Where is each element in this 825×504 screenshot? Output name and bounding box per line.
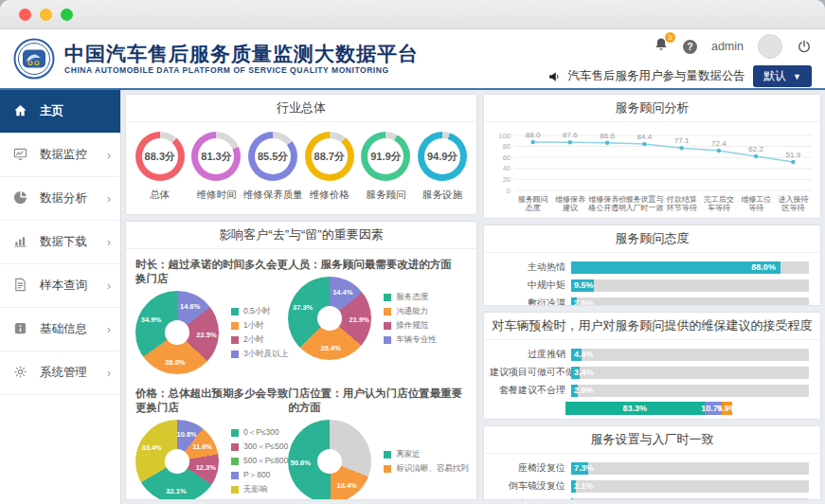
bar-row: 敷衍冷漠2.5% [490, 297, 809, 305]
legend-item: 服务态度 [384, 292, 437, 303]
legend-swatch [231, 429, 239, 437]
app-header: 中国汽车售后服务质量监测大数据平台 CHINA AUTOMOBILE DATA … [0, 29, 825, 90]
legend-item: 500＜P≤800 [231, 456, 288, 467]
legend-item: 1小时 [231, 320, 288, 332]
bar-row: 套餐建议不合理2.9% [490, 384, 809, 397]
sidebar-item-data-download[interactable]: 数据下载› [0, 221, 120, 264]
sidebar-item-sample-query[interactable]: 样本查询› [0, 264, 120, 308]
avatar[interactable] [758, 34, 782, 59]
chevron-right-icon: › [107, 236, 111, 249]
legend-label: 操作规范 [396, 320, 428, 332]
default-dropdown-button[interactable]: 默认 ▼ [753, 65, 812, 87]
gauge: 94.9分服务设施 [415, 132, 470, 202]
pie-slice-label: 28.0% [165, 357, 185, 366]
document-icon [13, 278, 27, 295]
gauge: 81.3分维修时间 [188, 132, 243, 202]
info-icon [13, 321, 27, 338]
svg-text:80: 80 [503, 142, 511, 151]
bar-row: 过度推销4.4% [490, 348, 809, 361]
svg-text:86.6: 86.6 [600, 132, 615, 140]
legend-label: 500＜P≤800 [243, 456, 288, 467]
pie-legend: 0＜P≤300300＜P≤500500＜P≤800P＞800无影响 [231, 427, 288, 495]
pie-slice-label: 18.4% [336, 481, 356, 490]
pie-slice-label: 12.3% [196, 463, 216, 472]
svg-text:进入接待区等待: 进入接待区等待 [778, 195, 808, 212]
home-icon [13, 103, 27, 120]
bar-row: 座椅没复位7.3% [490, 461, 809, 475]
sidebar-item-home[interactable]: 主页 [0, 90, 120, 134]
pie-chart: 10.6%11.6%12.3%32.1%33.4% [135, 420, 219, 499]
chevron-right-icon: › [107, 149, 111, 162]
notifications-bell-icon[interactable]: 3 [654, 37, 669, 56]
default-dropdown-label: 默认 [763, 68, 786, 84]
legend-item: 300＜P≤500 [231, 441, 288, 453]
bar-label: 音响没复位 [490, 497, 565, 499]
pie-hole [165, 449, 189, 474]
pie-slice-label: 11.6% [192, 442, 212, 451]
minimize-window-button[interactable] [40, 9, 52, 21]
help-icon[interactable]: ? [683, 40, 697, 54]
legend-swatch [384, 308, 391, 315]
bar-label: 主动热情 [490, 261, 565, 274]
pie-chart: 14.4%21.9%26.4%37.3% [288, 277, 371, 360]
acceptance-bars: 过度推销4.4%建议项目可做可不做3.4%套餐建议不合理2.9% [484, 340, 820, 397]
legend-swatch [231, 322, 239, 330]
username-label: admin [711, 40, 744, 53]
svg-text:付款结算环节等待: 付款结算环节等待 [666, 195, 697, 212]
legend-label: 标识清晰、容易找到 [396, 463, 469, 475]
pie-slice-label: 22.5% [196, 330, 216, 338]
line-chart-svg: 02040608010088.0服务顾问态度87.6维修保养建议86.6维修保养… [486, 124, 819, 217]
chevron-down-icon: ▼ [793, 72, 801, 81]
pie-slice-label: 34.9% [141, 315, 161, 323]
close-window-button[interactable] [19, 9, 31, 21]
brand: 中国汽车售后服务质量监测大数据平台 CHINA AUTOMOBILE DATA … [13, 38, 419, 80]
gauge-ring: 88.7分 [305, 132, 354, 181]
gauge-value: 88.7分 [312, 138, 348, 174]
pie-slice-label: 37.3% [293, 302, 313, 311]
panel-title: 服务顾问态度 [484, 225, 820, 253]
pie-slice-label: 33.4% [141, 442, 161, 451]
legend-item: 0＜P≤300 [231, 427, 288, 439]
chevron-right-icon: › [107, 323, 111, 336]
gauge-ring: 85.5分 [248, 132, 297, 181]
svg-text:100: 100 [498, 132, 511, 140]
legend-swatch [231, 443, 239, 451]
pie-slice-label: 50.6% [291, 458, 311, 466]
page-subtitle: CHINA AUTOMOBILE DATA PLATFORM OF SERVIC… [64, 65, 419, 75]
legend-label: 车辆专业性 [396, 334, 437, 346]
pie-hole [317, 449, 342, 474]
sidebar-item-basic-info[interactable]: 基础信息› [0, 308, 120, 351]
panel-title: 服务顾问分析 [484, 95, 820, 122]
legend-item: 无影响 [231, 484, 288, 495]
maximize-window-button[interactable] [61, 9, 73, 21]
chevron-right-icon: › [107, 367, 111, 380]
sidebar-item-system-management[interactable]: 系统管理› [0, 351, 120, 395]
sidebar-item-label: 基础信息 [40, 321, 87, 337]
brand-text: 中国汽车售后服务质量监测大数据平台 CHINA AUTOMOBILE DATA … [64, 43, 419, 75]
svg-text:维修保养价格公开透明: 维修保养价格公开透明 [587, 195, 626, 212]
sidebar-item-label: 样本查询 [40, 278, 87, 294]
gauge-value: 85.5分 [255, 138, 291, 174]
bar-track: 9.5% [571, 279, 809, 292]
bar-track: 2.1% [571, 480, 809, 493]
bar-label: 套餐建议不合理 [490, 384, 565, 397]
svg-text:62.2: 62.2 [748, 145, 763, 153]
legend-swatch [231, 472, 239, 479]
legend-label: 2小时 [243, 334, 264, 346]
pie-slice-label: 14.4% [332, 288, 352, 297]
bar-track: 88.0% [571, 261, 809, 274]
pie-hole [317, 306, 342, 331]
factor-chart-title: 时长：超过承诺的时间多久会更换门店 [135, 258, 288, 286]
legend-swatch [231, 336, 239, 344]
logout-power-icon[interactable] [797, 39, 812, 54]
gauge-label: 服务顾问 [366, 189, 405, 202]
sidebar-item-data-analysis[interactable]: 数据分析› [0, 177, 120, 221]
factor-chart-title: 人员：服务顾问最需要改进的方面 [288, 258, 469, 272]
legend-swatch [231, 486, 239, 494]
bar-chart-icon [13, 234, 27, 251]
bar-value: 0.8% [574, 498, 594, 500]
legend-label: 无影响 [243, 484, 268, 495]
stacked-segment: 5.9% [722, 402, 731, 415]
stacked-segment: 83.3% [565, 402, 705, 415]
sidebar-item-data-monitor[interactable]: 数据监控› [0, 134, 120, 177]
